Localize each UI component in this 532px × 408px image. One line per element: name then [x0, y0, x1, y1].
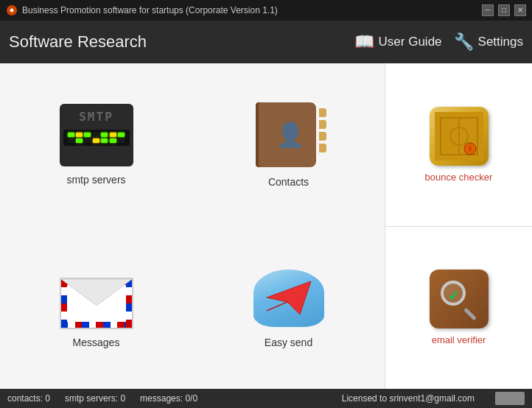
led — [93, 138, 99, 143]
messages-label: Messages — [73, 337, 120, 348]
smtp-status: smtp servers: 0 — [65, 393, 125, 404]
close-button[interactable]: ✕ — [514, 4, 526, 16]
page-title: Software Research — [9, 32, 354, 52]
led — [110, 133, 116, 137]
verifier-icon: ✓ — [430, 270, 489, 328]
status-indicator — [495, 392, 525, 405]
app-grid: SMTP smtp serve — [0, 63, 532, 389]
smtp-icon: SMTP — [60, 104, 133, 166]
app-icon — [6, 4, 18, 16]
settings-label: Settings — [478, 35, 523, 49]
email-verifier-label: email verifier — [432, 334, 486, 345]
led — [68, 133, 74, 137]
svg-marker-8 — [61, 279, 132, 306]
license-status: Licensed to srinvent1@gmail.com — [342, 393, 475, 404]
messages-item[interactable]: Messages — [0, 226, 192, 389]
led — [68, 138, 74, 143]
led — [110, 138, 116, 143]
envelope-flap-svg — [61, 279, 132, 328]
email-verifier-item[interactable]: ✓ email verifier — [385, 227, 532, 390]
easysend-icon — [252, 267, 326, 329]
svg-line-11 — [267, 302, 287, 311]
bounce-icon — [430, 107, 489, 166]
contacts-status: contacts: 0 — [7, 393, 50, 404]
contacts-item[interactable]: 👤 Contacts — [192, 63, 385, 226]
maximize-button[interactable]: □ — [498, 4, 510, 16]
minimize-button[interactable]: ─ — [482, 4, 494, 16]
easy-send-label: Easy send — [265, 337, 312, 348]
status-bar: contacts: 0 smtp servers: 0 messages: 0/… — [0, 389, 532, 408]
led — [101, 133, 108, 137]
book-icon: 📖 — [354, 32, 374, 52]
messages-icon — [60, 267, 133, 329]
main-content: SMTP smtp serve — [0, 63, 532, 389]
led — [84, 133, 91, 137]
court-svg — [435, 112, 483, 161]
bounce-checker-item[interactable]: bounce checker — [385, 63, 532, 227]
wrench-icon: 🔧 — [454, 32, 474, 52]
window-controls: ─ □ ✕ — [482, 4, 526, 16]
user-guide-label: User Guide — [379, 35, 442, 49]
right-column: bounce checker ✓ email verifier — [385, 63, 532, 389]
contacts-icon: 👤 — [256, 102, 322, 169]
contacts-label: Contacts — [268, 176, 309, 188]
easy-send-item[interactable]: Easy send — [192, 226, 385, 389]
title-bar-text: Business Promotion software for startups… — [22, 5, 482, 15]
messages-status: messages: 0/0 — [140, 393, 197, 404]
smtp-servers-item[interactable]: SMTP smtp serve — [0, 63, 192, 226]
plane-svg — [259, 274, 318, 322]
led — [76, 133, 83, 137]
led — [76, 138, 83, 143]
bounce-checker-label: bounce checker — [425, 172, 493, 183]
svg-marker-9 — [267, 281, 311, 314]
led — [84, 138, 91, 143]
led — [118, 138, 125, 143]
header: Software Research 📖 User Guide 🔧 Setting… — [0, 21, 532, 63]
user-guide-button[interactable]: 📖 User Guide — [354, 32, 442, 52]
led — [101, 138, 108, 143]
title-bar: Business Promotion software for startups… — [0, 0, 532, 21]
led — [93, 133, 99, 137]
led — [118, 133, 125, 137]
header-actions: 📖 User Guide 🔧 Settings — [354, 32, 523, 52]
smtp-label: smtp servers — [66, 174, 125, 186]
settings-button[interactable]: 🔧 Settings — [454, 32, 523, 52]
